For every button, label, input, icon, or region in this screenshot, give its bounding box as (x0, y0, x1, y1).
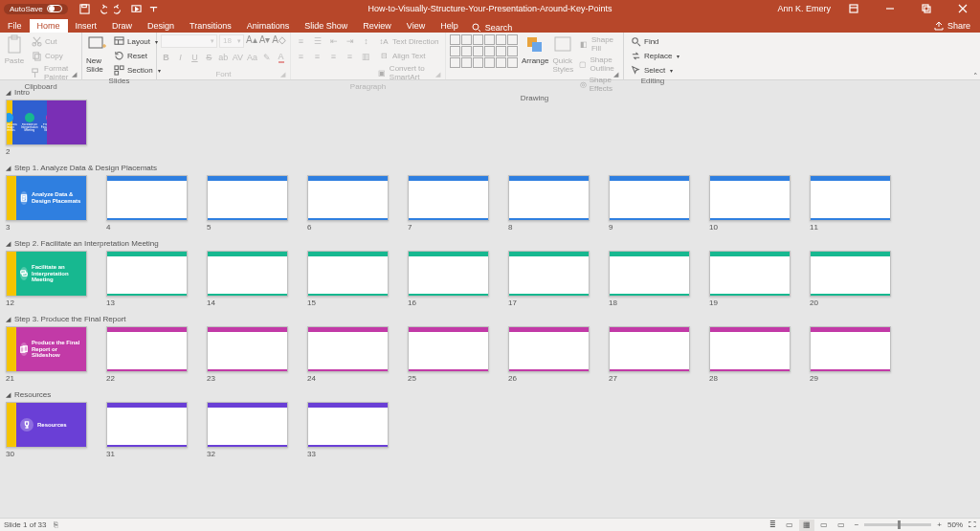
slide-thumbnail[interactable]: 5 (207, 175, 288, 232)
slide-thumbnail[interactable]: 19 (709, 251, 791, 307)
strikethrough-icon[interactable]: S (204, 51, 214, 63)
slide-thumbnail[interactable]: 33 (307, 402, 389, 458)
slide-thumbnail[interactable]: 25 (408, 326, 489, 383)
justify-icon[interactable]: ≡ (344, 50, 356, 62)
character-spacing-icon[interactable]: AV (233, 51, 243, 63)
columns-icon[interactable]: ▥ (360, 50, 372, 62)
slide-thumbnail[interactable]: 7 (408, 175, 489, 232)
slide-thumbnail[interactable]: Analyze Data & Design Placemats3 (6, 175, 87, 232)
cut-button[interactable]: Cut (29, 34, 78, 48)
slide-thumbnail[interactable]: 32 (207, 402, 288, 458)
clipboard-dialog-launcher-icon[interactable]: ◢ (72, 71, 79, 78)
tab-transitions[interactable]: Transitions (182, 19, 239, 33)
bullets-icon[interactable]: ≡ (295, 34, 307, 47)
change-case-icon[interactable]: Aa (247, 51, 257, 63)
section-button[interactable]: Section▾ (111, 63, 163, 77)
slide-thumbnail[interactable]: 13 (106, 251, 188, 307)
slide-thumbnail[interactable]: 8 (508, 175, 590, 232)
align-center-icon[interactable]: ≡ (311, 50, 323, 62)
tab-review[interactable]: Review (355, 19, 399, 33)
section-header[interactable]: ◢Step 3. Produce the Final Report (6, 315, 980, 323)
paste-button[interactable]: Paste (4, 34, 25, 65)
zoom-out-button[interactable]: − (855, 520, 859, 529)
share-button[interactable]: Share (924, 19, 980, 33)
paragraph-dialog-launcher-icon[interactable]: ◢ (435, 71, 443, 78)
tab-file[interactable]: File (0, 19, 30, 33)
slide-thumbnail[interactable]: 31 (106, 402, 188, 458)
tab-home[interactable]: Home (30, 19, 68, 33)
bold-icon[interactable]: B (161, 51, 171, 63)
redo-icon[interactable] (114, 3, 125, 14)
minimize-button[interactable] (877, 0, 903, 17)
section-header[interactable]: ◢Step 2. Facilitate an Interpretation Me… (6, 239, 980, 248)
increase-indent-icon[interactable]: ⇥ (344, 34, 356, 47)
tab-animations[interactable]: Animations (239, 19, 298, 33)
save-icon[interactable] (79, 3, 91, 14)
slide-thumbnail[interactable]: 26 (508, 326, 590, 383)
slide-thumbnail[interactable]: 23 (207, 326, 288, 383)
text-direction-button[interactable]: ↕AText Direction (376, 34, 441, 48)
align-right-icon[interactable]: ≡ (327, 50, 340, 62)
line-spacing-icon[interactable]: ↕ (360, 34, 372, 47)
tab-design[interactable]: Design (140, 19, 182, 33)
font-dialog-launcher-icon[interactable]: ◢ (280, 71, 288, 78)
align-text-button[interactable]: ⊟Align Text (376, 49, 441, 62)
shadow-icon[interactable]: ab (218, 51, 229, 63)
slide-thumbnail[interactable]: Produce the Final Report or Slideshow21 (6, 326, 87, 383)
layout-button[interactable]: Layout▾ (111, 34, 163, 48)
slide-thumbnail[interactable]: 9 (609, 175, 690, 232)
find-button[interactable]: Find (628, 34, 681, 48)
zoom-level[interactable]: 50% (947, 520, 963, 529)
start-from-beginning-icon[interactable] (131, 3, 143, 14)
ribbon-display-options-icon[interactable] (840, 0, 867, 17)
slide-thumbnail[interactable]: 14 (207, 251, 288, 307)
tab-help[interactable]: Help (433, 19, 466, 33)
tab-slideshow[interactable]: Slide Show (297, 19, 355, 33)
reading-view-button[interactable]: ▭ (816, 520, 832, 531)
zoom-slider[interactable] (864, 523, 931, 526)
slide-sorter-view[interactable]: ◢IntroAnalyze Data & Design PlacematsFac… (0, 80, 980, 518)
autosave-toggle[interactable]: AutoSave (4, 4, 68, 14)
highlight-icon[interactable]: ✎ (261, 51, 272, 63)
slide-thumbnail[interactable]: 28 (709, 326, 791, 383)
shape-fill-button[interactable]: ◧Shape Fill (577, 34, 619, 54)
tell-me-search[interactable]: Search (472, 23, 513, 33)
quick-styles-button[interactable]: Quick Styles (552, 34, 573, 74)
slide-thumbnail[interactable]: 24 (307, 326, 389, 383)
underline-icon[interactable]: U (189, 51, 200, 63)
slide-thumbnail[interactable]: 16 (408, 251, 489, 307)
copy-button[interactable]: Copy (29, 49, 78, 62)
align-left-icon[interactable]: ≡ (295, 50, 307, 62)
slideshow-view-button[interactable]: ▭ (834, 520, 849, 531)
decrease-font-icon[interactable]: A▾ (259, 34, 271, 48)
slide-thumbnail[interactable]: Resources30 (6, 402, 87, 458)
font-size-combo[interactable]: 18 (219, 34, 244, 48)
zoom-in-button[interactable]: + (937, 520, 942, 529)
shapes-gallery[interactable] (450, 34, 518, 68)
increase-font-icon[interactable]: A▴ (246, 34, 257, 48)
slide-thumbnail[interactable]: 15 (307, 251, 389, 307)
section-header[interactable]: ◢Step 1. Analyze Data & Design Placemats (6, 164, 980, 172)
select-button[interactable]: Select▾ (628, 63, 681, 77)
spellcheck-icon[interactable]: ⎘ (54, 520, 58, 529)
font-color-icon[interactable]: A (276, 51, 286, 63)
slide-thumbnail[interactable]: 17 (508, 251, 590, 307)
slide-thumbnail[interactable]: 10 (709, 175, 791, 232)
slide-thumbnail[interactable]: 6 (307, 175, 389, 232)
italic-icon[interactable]: I (175, 51, 186, 63)
slide-sorter-view-button[interactable]: ▦ (799, 520, 814, 531)
slide-thumbnail[interactable]: Analyze Data & Design PlacematsFacilitat… (6, 100, 87, 156)
drawing-dialog-launcher-icon[interactable]: ◢ (613, 71, 621, 78)
section-header[interactable]: ◢Resources (6, 390, 980, 399)
slide-thumbnail[interactable]: Facilitate an Interpretation Meeting12 (6, 251, 87, 307)
slide-thumbnail[interactable]: 4 (106, 175, 188, 232)
new-slide-button[interactable]: New Slide (86, 34, 107, 74)
slide-thumbnail[interactable]: 22 (106, 326, 188, 383)
notes-button[interactable]: ≣ (769, 520, 776, 529)
clear-formatting-icon[interactable]: A◇ (272, 34, 286, 48)
convert-smartart-button[interactable]: ▣Convert to SmartArt (376, 63, 441, 82)
slide-thumbnail[interactable]: 27 (609, 326, 690, 383)
fit-to-window-button[interactable]: ⛶ (969, 520, 976, 529)
slide-thumbnail[interactable]: 18 (609, 251, 690, 307)
font-family-combo[interactable] (161, 34, 217, 48)
